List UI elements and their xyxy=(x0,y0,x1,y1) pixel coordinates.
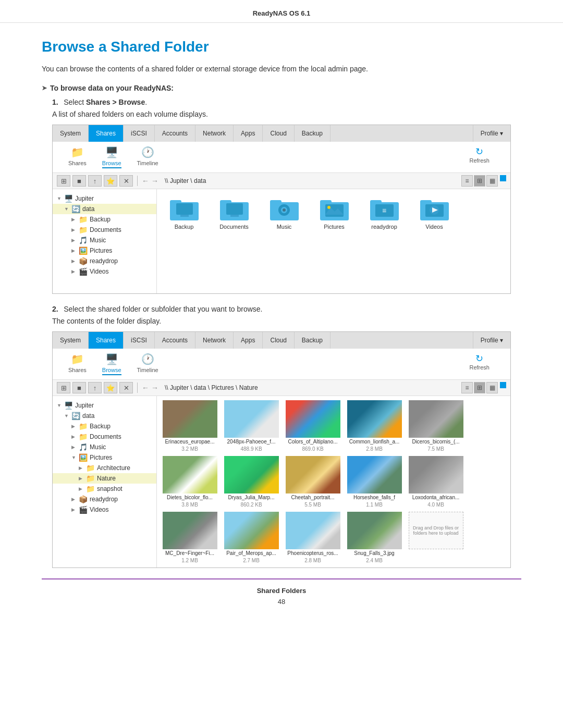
thumb-img-4 xyxy=(409,400,463,438)
nav-profile-2[interactable]: Profile ▾ xyxy=(473,332,510,349)
tree-readydrop-1[interactable]: ▶ 📦 readydrop xyxy=(53,256,156,266)
tree2-readydrop-label: readydrop xyxy=(90,496,118,503)
tree2-backup[interactable]: ▶ 📁 Backup xyxy=(53,421,156,431)
tree2-snapshot[interactable]: ▶ 📁 snapshot xyxy=(53,484,156,494)
view-large-1[interactable]: ▦ xyxy=(486,175,498,187)
subnav-refresh-1[interactable]: ↻ Refresh xyxy=(464,146,495,168)
toolbar-btn-star[interactable]: ⭐ xyxy=(104,175,117,187)
folder-pictures-svg xyxy=(320,197,349,220)
view-grid-1[interactable]: ⊞ xyxy=(474,175,485,187)
nav-shares-1[interactable]: Shares xyxy=(89,125,124,142)
file-grid-1: Backup Documents xyxy=(157,189,510,293)
file-videos[interactable]: Videos xyxy=(413,195,455,230)
tree2-readydrop[interactable]: ▶ 📦 readydrop xyxy=(53,494,156,504)
nav-backup-2[interactable]: Backup xyxy=(295,332,331,349)
file-readydrop[interactable]: ≡ readydrop xyxy=(363,195,405,230)
thumb-item-10[interactable]: MC_Dre~Finger~Fi...1.2 MB xyxy=(161,512,218,563)
file-backup-label: Backup xyxy=(175,224,194,230)
nav-apps-2[interactable]: Apps xyxy=(234,332,263,349)
subnav-browse-2[interactable]: 🖥️ Browse xyxy=(102,353,121,375)
path-back-1[interactable]: ← xyxy=(142,177,149,185)
toolbar-btn-grid-2[interactable]: ⊞ xyxy=(57,382,70,393)
file-videos-label: Videos xyxy=(425,224,443,230)
file-pictures[interactable]: Pictures xyxy=(313,195,355,230)
nav-cloud-1[interactable]: Cloud xyxy=(263,125,294,142)
thumb-item-13[interactable]: Snug_Falls_3.jpg2.4 MB xyxy=(346,512,403,563)
nav-iscsi-2[interactable]: iSCSI xyxy=(124,332,155,349)
nav-network-1[interactable]: Network xyxy=(195,125,234,142)
tree2-jupiter[interactable]: ▼ 🖥️ Jupiter xyxy=(53,400,156,411)
tree2-pictures[interactable]: ▼ 🖼️ Pictures xyxy=(53,452,156,463)
tree2-music[interactable]: ▶ 🎵 Music xyxy=(53,442,156,452)
subnav-timeline-2[interactable]: 🕐 Timeline xyxy=(137,353,158,375)
tree-documents-1[interactable]: ▶ 📁 Documents xyxy=(53,225,156,235)
toolbar-btn-up[interactable]: ↑ xyxy=(88,175,102,187)
tree2-nature[interactable]: ▶ 📁 Nature xyxy=(53,473,156,484)
subnav-browse-1[interactable]: 🖥️ Browse xyxy=(102,146,121,168)
view-large-2[interactable]: ▦ xyxy=(486,382,498,393)
nav-backup-1[interactable]: Backup xyxy=(295,125,331,142)
thumb-item-6[interactable]: Dryas_Julia_Marp...860.2 KB xyxy=(223,456,280,508)
file-backup[interactable]: Backup xyxy=(163,195,205,230)
nav-shares-2[interactable]: Shares xyxy=(89,332,124,349)
nav-profile-1[interactable]: Profile ▾ xyxy=(473,125,510,142)
view-grid-2[interactable]: ⊞ xyxy=(474,382,485,393)
thumb-item-14[interactable]: Drag and Drop files or folders here to u… xyxy=(407,512,464,563)
subnav-refresh-label-1: Refresh xyxy=(469,157,489,164)
view-list-2[interactable]: ≡ xyxy=(461,382,473,393)
toolbar-btn-star-2[interactable]: ⭐ xyxy=(104,382,117,393)
file-documents[interactable]: Documents xyxy=(213,195,255,230)
toolbar-btn-grid[interactable]: ⊞ xyxy=(57,175,70,187)
thumb-item-11[interactable]: Pair_of_Merops_ap...2.7 MB xyxy=(223,512,280,563)
subnav-timeline-1[interactable]: 🕐 Timeline xyxy=(137,146,158,168)
path-forward-2[interactable]: → xyxy=(151,384,158,392)
nav-iscsi-1[interactable]: iSCSI xyxy=(124,125,155,142)
tree2-documents[interactable]: ▶ 📁 Documents xyxy=(53,431,156,442)
thumb-item-7[interactable]: Cheetah_portrait...5.5 MB xyxy=(284,456,341,508)
label-documents-1: Documents xyxy=(90,226,121,233)
path-back-2[interactable]: ← xyxy=(142,384,149,392)
nav-accounts-2[interactable]: Accounts xyxy=(155,332,195,349)
tree-pictures-1[interactable]: ▶ 🖼️ Pictures xyxy=(53,245,156,256)
tree2-videos[interactable]: ▶ 🎬 Videos xyxy=(53,504,156,515)
subnav-shares-1[interactable]: 📁 Shares xyxy=(68,146,87,168)
toolbar-btn-up-2[interactable]: ↑ xyxy=(88,382,102,393)
tree-jupiter-1[interactable]: ▼ 🖥️ Jupiter xyxy=(53,193,156,204)
thumb-img-7 xyxy=(286,456,340,493)
tree-data-1[interactable]: ▼ 🔄 data xyxy=(53,204,156,214)
subnav-refresh-2[interactable]: ↻ Refresh xyxy=(464,353,495,375)
tree-videos-1[interactable]: ▶ 🎬 Videos xyxy=(53,266,156,277)
icon-pictures-1: 🖼️ xyxy=(79,246,88,255)
toolbar-btn-list[interactable]: ■ xyxy=(72,175,86,187)
tree2-data[interactable]: ▼ 🔄 data xyxy=(53,411,156,421)
thumb-item-12[interactable]: Phoenicopterus_ros...2.8 MB xyxy=(284,512,341,563)
arrow-music-1: ▶ xyxy=(71,238,77,243)
nav-system-2[interactable]: System xyxy=(53,332,89,349)
thumb-item-0[interactable]: Erinaceus_europae...3.2 MB xyxy=(161,400,218,452)
path-forward-1[interactable]: → xyxy=(151,177,158,185)
thumb-item-9[interactable]: Loxodonta_african...4.0 MB xyxy=(407,456,464,508)
tree2-architecture[interactable]: ▶ 📁 Architecture xyxy=(53,463,156,473)
thumb-item-8[interactable]: Horseshoe_falls_f1.1 MB xyxy=(346,456,403,508)
nav-apps-1[interactable]: Apps xyxy=(234,125,263,142)
subnav-shares-2[interactable]: 📁 Shares xyxy=(68,353,87,375)
toolbar-btn-delete-2[interactable]: ✕ xyxy=(119,382,133,393)
thumb-item-2[interactable]: Colors_of_Altiplano...869.0 KB xyxy=(284,400,341,452)
thumb-item-5[interactable]: Dietes_bicolor_flo...3.8 MB xyxy=(161,456,218,508)
toolbar-btn-list-2[interactable]: ■ xyxy=(72,382,86,393)
thumb-item-3[interactable]: Common_lionfish_a...2.8 MB xyxy=(346,400,403,452)
page-title: Browse a Shared Folder xyxy=(42,39,521,55)
thumb-img-1 xyxy=(224,400,279,438)
thumb-item-1[interactable]: 2048px-Pahoeoe_f...488.9 KB xyxy=(223,400,280,452)
nav-accounts-1[interactable]: Accounts xyxy=(155,125,195,142)
nav-cloud-2[interactable]: Cloud xyxy=(263,332,294,349)
tree-music-1[interactable]: ▶ 🎵 Music xyxy=(53,235,156,245)
toolbar-btn-delete[interactable]: ✕ xyxy=(119,175,133,187)
thumb-item-4[interactable]: Diceros_bicornis_(...7.5 MB xyxy=(407,400,464,452)
tree-backup-1[interactable]: ▶ 📁 Backup xyxy=(53,214,156,225)
intro-text: You can browse the contents of a shared … xyxy=(42,64,521,75)
view-list-1[interactable]: ≡ xyxy=(461,175,473,187)
file-music[interactable]: Music xyxy=(263,195,305,230)
nav-system-1[interactable]: System xyxy=(53,125,89,142)
nav-network-2[interactable]: Network xyxy=(195,332,234,349)
